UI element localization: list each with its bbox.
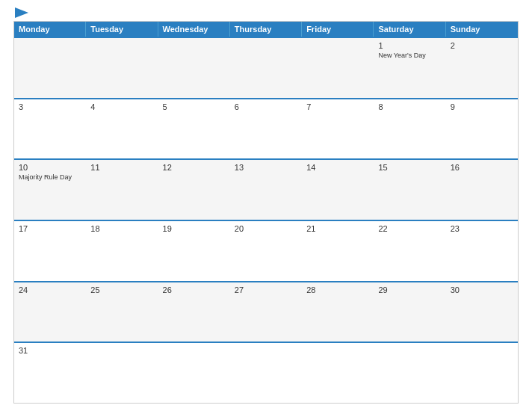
day-number: 15 xyxy=(378,163,441,172)
day-number: 31 xyxy=(19,346,81,355)
day-cell xyxy=(302,343,374,403)
day-header-thursday: Thursday xyxy=(230,22,302,37)
day-number: 21 xyxy=(306,224,369,233)
country-label xyxy=(451,7,519,15)
day-header-wednesday: Wednesday xyxy=(158,22,230,37)
week-row-3: 10Majority Rule Day111213141516 xyxy=(14,158,518,220)
calendar-page: MondayTuesdayWednesdayThursdayFridaySatu… xyxy=(0,0,532,411)
day-cell xyxy=(230,38,302,98)
day-header-monday: Monday xyxy=(14,22,86,37)
holiday-label: New Year's Day xyxy=(378,52,441,60)
day-cell: 12 xyxy=(158,160,230,220)
calendar: MondayTuesdayWednesdayThursdayFridaySatu… xyxy=(13,21,519,404)
day-cell: 28 xyxy=(302,282,374,342)
day-cell: 1New Year's Day xyxy=(374,38,445,98)
day-header-tuesday: Tuesday xyxy=(86,22,158,37)
day-cell: 23 xyxy=(446,221,518,281)
day-cell: 14 xyxy=(302,160,374,220)
day-cell: 11 xyxy=(86,160,158,220)
day-cell: 8 xyxy=(374,99,445,159)
day-cell xyxy=(14,38,86,98)
day-header-sunday: Sunday xyxy=(446,22,518,37)
day-cell: 2 xyxy=(446,38,518,98)
week-row-6: 31 xyxy=(14,342,518,403)
day-cell: 21 xyxy=(302,221,374,281)
day-number: 4 xyxy=(90,102,153,111)
day-number: 14 xyxy=(306,163,369,172)
day-cell: 30 xyxy=(446,282,518,342)
day-cell xyxy=(302,38,374,98)
day-cell xyxy=(86,343,158,403)
day-number: 28 xyxy=(306,285,369,294)
day-number: 25 xyxy=(90,285,153,294)
logo xyxy=(13,7,81,18)
day-cell: 16 xyxy=(446,160,518,220)
week-row-4: 17181920212223 xyxy=(14,220,518,281)
day-number: 8 xyxy=(378,102,441,111)
day-cell: 9 xyxy=(446,99,518,159)
day-number: 10 xyxy=(19,163,81,172)
day-cell: 13 xyxy=(230,160,302,220)
day-number: 5 xyxy=(163,102,226,111)
day-cell: 17 xyxy=(14,221,86,281)
day-number: 19 xyxy=(163,224,226,233)
day-cell: 6 xyxy=(230,99,302,159)
week-row-2: 3456789 xyxy=(14,98,518,159)
svg-marker-0 xyxy=(15,7,28,18)
day-cell xyxy=(446,343,518,403)
day-cell: 3 xyxy=(14,99,86,159)
day-cell xyxy=(158,343,230,403)
day-number: 17 xyxy=(19,224,81,233)
day-cell: 15 xyxy=(374,160,445,220)
day-cell: 22 xyxy=(374,221,445,281)
day-cell xyxy=(158,38,230,98)
day-cell: 10Majority Rule Day xyxy=(14,160,86,220)
day-number: 9 xyxy=(451,102,513,111)
day-cell: 24 xyxy=(14,282,86,342)
day-number: 30 xyxy=(451,285,513,294)
day-number: 24 xyxy=(19,285,81,294)
day-cell xyxy=(230,343,302,403)
week-row-5: 24252627282930 xyxy=(14,281,518,342)
calendar-body: 1New Year's Day2345678910Majority Rule D… xyxy=(14,37,518,403)
header xyxy=(13,7,519,18)
day-number: 3 xyxy=(19,102,81,111)
day-number: 26 xyxy=(163,285,226,294)
day-header-friday: Friday xyxy=(302,22,374,37)
day-cell: 29 xyxy=(374,282,445,342)
day-number: 13 xyxy=(235,163,297,172)
day-cell: 5 xyxy=(158,99,230,159)
day-cell: 25 xyxy=(86,282,158,342)
day-cell: 27 xyxy=(230,282,302,342)
day-cell xyxy=(374,343,445,403)
day-cell: 31 xyxy=(14,343,86,403)
day-number: 29 xyxy=(378,285,441,294)
day-cell: 4 xyxy=(86,99,158,159)
day-cell: 20 xyxy=(230,221,302,281)
day-number: 18 xyxy=(90,224,153,233)
week-row-1: 1New Year's Day2 xyxy=(14,37,518,98)
day-number: 2 xyxy=(451,41,513,50)
day-number: 7 xyxy=(306,102,369,111)
day-number: 6 xyxy=(235,102,297,111)
day-cell: 26 xyxy=(158,282,230,342)
calendar-header-row: MondayTuesdayWednesdayThursdayFridaySatu… xyxy=(14,22,518,37)
day-header-saturday: Saturday xyxy=(374,22,445,37)
day-number: 20 xyxy=(235,224,297,233)
day-number: 22 xyxy=(378,224,441,233)
day-number: 12 xyxy=(163,163,226,172)
day-number: 1 xyxy=(378,41,441,50)
logo-flag-icon xyxy=(15,7,28,18)
day-number: 16 xyxy=(451,163,513,172)
day-number: 11 xyxy=(90,163,153,172)
day-cell xyxy=(86,38,158,98)
day-cell: 7 xyxy=(302,99,374,159)
holiday-label: Majority Rule Day xyxy=(19,173,81,182)
day-number: 27 xyxy=(235,285,297,294)
day-cell: 18 xyxy=(86,221,158,281)
day-cell: 19 xyxy=(158,221,230,281)
day-number: 23 xyxy=(451,224,513,233)
